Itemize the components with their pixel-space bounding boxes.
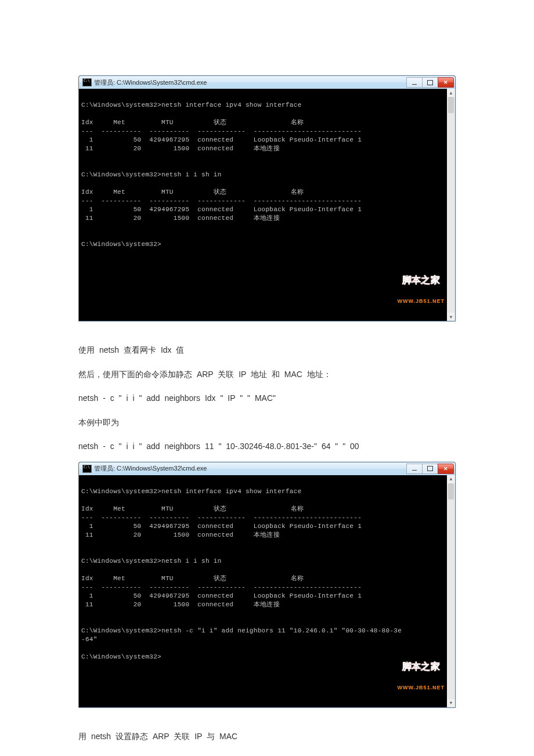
scroll-down-icon[interactable]: ▼: [447, 313, 455, 321]
window-title: 管理员: C:\Windows\System32\cmd.exe: [94, 78, 207, 87]
maximize-button[interactable]: [422, 77, 438, 88]
minimize-button[interactable]: [406, 77, 423, 88]
watermark-url: WWW.JB51.NET: [397, 684, 445, 691]
watermark-text: 脚本之家: [397, 277, 445, 284]
watermark: 脚本之家 WWW.JB51.NET: [397, 649, 445, 705]
paragraph: 使用 netsh 查看网卡 Idx 值: [78, 345, 456, 356]
command-line: netsh - c " i i " add neighbors Idx " IP…: [78, 393, 456, 404]
scroll-thumb[interactable]: [448, 97, 454, 113]
titlebar[interactable]: 管理员: C:\Windows\System32\cmd.exe: [79, 76, 455, 89]
article-section-1: 使用 netsh 查看网卡 Idx 值 然后，使用下面的命令添加静态 ARP 关…: [78, 345, 456, 453]
window-controls: [407, 464, 454, 474]
scroll-up-icon[interactable]: ▲: [447, 475, 455, 483]
close-button[interactable]: [438, 77, 454, 88]
watermark: 脚本之家 WWW.JB51.NET: [397, 263, 445, 319]
maximize-button[interactable]: [422, 464, 438, 474]
scroll-track[interactable]: [447, 500, 455, 699]
scroll-track[interactable]: [447, 113, 455, 313]
paragraph: 本例中即为: [78, 417, 456, 429]
watermark-url: WWW.JB51.NET: [397, 298, 445, 305]
window-controls: [407, 77, 454, 88]
terminal-body: C:\Windows\system32>netsh interface ipv4…: [79, 89, 455, 321]
titlebar-left: 管理员: C:\Windows\System32\cmd.exe: [82, 78, 207, 87]
titlebar-left: 管理员: C:\Windows\System32\cmd.exe: [82, 464, 207, 473]
terminal-body: C:\Windows\system32>netsh interface ipv4…: [79, 475, 455, 707]
paragraph: 用 netsh 设置静态 ARP 关联 IP 与 MAC: [78, 731, 456, 743]
document-page: 管理员: C:\Windows\System32\cmd.exe C:\Wind…: [0, 0, 534, 756]
cmd-icon: [82, 465, 92, 473]
scrollbar[interactable]: ▲ ▼: [447, 475, 455, 707]
watermark-text: 脚本之家: [397, 663, 445, 670]
close-button[interactable]: [438, 464, 454, 474]
window-title: 管理员: C:\Windows\System32\cmd.exe: [94, 464, 207, 473]
terminal-output: C:\Windows\system32>netsh interface ipv4…: [81, 487, 453, 670]
article-section-2: 用 netsh 设置静态 ARP 关联 IP 与 MAC 之后我门再运行 arp…: [78, 731, 456, 756]
scroll-thumb[interactable]: [448, 483, 454, 500]
scrollbar[interactable]: ▲ ▼: [447, 89, 455, 321]
paragraph: 然后，使用下面的命令添加静态 ARP 关联 IP 地址 和 MAC 地址：: [78, 369, 456, 381]
scroll-down-icon[interactable]: ▼: [447, 699, 455, 707]
terminal-window-2: 管理员: C:\Windows\System32\cmd.exe C:\Wind…: [78, 462, 456, 708]
cmd-icon: [82, 78, 92, 86]
titlebar[interactable]: 管理员: C:\Windows\System32\cmd.exe: [79, 462, 455, 475]
terminal-output: C:\Windows\system32>netsh interface ipv4…: [81, 101, 453, 284]
scroll-up-icon[interactable]: ▲: [447, 89, 455, 97]
command-line: netsh - c " i i " add neighbors 11 " 10-…: [78, 441, 456, 453]
terminal-window-1: 管理员: C:\Windows\System32\cmd.exe C:\Wind…: [78, 75, 456, 321]
minimize-button[interactable]: [406, 464, 423, 474]
